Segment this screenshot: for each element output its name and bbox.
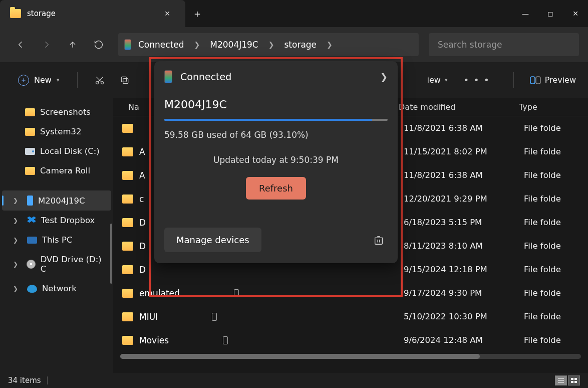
sidebar-item-label: M2004J19C	[38, 196, 85, 206]
svg-rect-2	[123, 78, 128, 83]
row-date: 11/15/2021 8:02 PM	[404, 147, 524, 156]
preview-icon	[530, 76, 541, 84]
chevron-right-icon[interactable]: ❯	[265, 41, 277, 49]
row-type: File folde	[524, 288, 561, 298]
sidebar: ScreenshotsSystem32Local Disk (C:)Camera…	[0, 98, 113, 373]
storage-progress-bar	[164, 119, 372, 121]
table-row[interactable]: Movies 9/6/2024 12:48 AM File folde	[113, 328, 588, 352]
chevron-right-icon[interactable]: ❯	[191, 41, 203, 49]
manage-devices-button[interactable]: Manage devices	[164, 228, 261, 252]
row-name: Movies	[139, 335, 404, 345]
view-label: iew	[427, 75, 441, 85]
chevron-right-icon[interactable]: ❯	[13, 237, 22, 244]
sidebar-tree-group: ❯M2004J19C❯Test Dropbox❯This PC❯DVD Driv…	[2, 190, 111, 298]
sidebar-item[interactable]: System32	[2, 122, 111, 141]
sidebar-item-label: Screenshots	[40, 107, 91, 117]
sidebar-item[interactable]: ❯DVD Drive (D:) C	[2, 250, 111, 279]
sidebar-item-label: Camera Roll	[40, 166, 90, 175]
folder-icon	[122, 218, 133, 227]
popover-header: Connected ❯	[164, 70, 388, 83]
row-date: 9/6/2024 12:48 AM	[404, 335, 524, 345]
sidebar-item[interactable]: ❯This PC	[2, 230, 111, 250]
column-type[interactable]: Type	[519, 102, 537, 112]
folder-icon	[122, 289, 133, 298]
dropbox-icon	[27, 217, 36, 225]
refresh-button[interactable]: Refresh	[246, 177, 306, 200]
refresh-nav-button[interactable]	[87, 33, 110, 56]
sidebar-item[interactable]: ❯M2004J19C	[2, 190, 111, 211]
crumb-connected[interactable]: Connected	[134, 40, 188, 50]
sidebar-pinned-group: ScreenshotsSystem32Local Disk (C:)Camera…	[2, 102, 111, 180]
new-tab-button[interactable]: ＋	[185, 7, 209, 21]
horizontal-scrollbar[interactable]	[120, 354, 581, 359]
item-count: 34 items	[8, 376, 41, 385]
more-button[interactable]: • • •	[456, 75, 497, 85]
sidebar-item[interactable]: Camera Roll	[2, 161, 111, 180]
chevron-right-icon[interactable]: ❯	[13, 197, 22, 204]
sidebar-item-label: Test Dropbox	[41, 216, 95, 225]
chevron-right-icon[interactable]: ❯	[13, 261, 22, 268]
folder-icon	[122, 312, 133, 321]
phone-badge-icon	[212, 313, 217, 321]
row-date: 11/8/2021 6:38 AM	[404, 170, 524, 180]
net-icon	[27, 285, 37, 293]
sidebar-item-label: System32	[40, 127, 82, 136]
row-date: 11/8/2021 6:38 AM	[404, 123, 524, 133]
thumbnails-view-button[interactable]	[568, 375, 580, 385]
folder-icon	[122, 124, 133, 133]
pc-icon	[27, 237, 37, 244]
tab-storage[interactable]: storage ✕	[0, 0, 185, 27]
chevron-right-icon[interactable]: ❯	[380, 72, 388, 82]
eject-button[interactable]	[370, 231, 388, 249]
svg-rect-8	[571, 381, 573, 383]
breadcrumb[interactable]: Connected ❯ M2004J19C ❯ storage ❯	[118, 33, 419, 56]
chevron-right-icon[interactable]: ❯	[13, 217, 22, 224]
sidebar-item[interactable]: Local Disk (C:)	[2, 141, 111, 161]
row-date: 5/10/2022 10:30 PM	[404, 312, 524, 321]
close-window-button[interactable]: ✕	[563, 4, 588, 24]
cut-button[interactable]	[90, 70, 110, 90]
svg-rect-7	[574, 378, 577, 380]
storage-progress	[164, 119, 388, 121]
details-view-button[interactable]	[555, 375, 567, 385]
preview-button[interactable]: Preview	[530, 75, 576, 85]
folder-icon	[25, 167, 35, 175]
crumb-storage[interactable]: storage	[280, 40, 321, 50]
dvd-icon	[27, 260, 35, 269]
svg-rect-9	[574, 381, 577, 383]
phone-icon	[27, 196, 33, 206]
phone-badge-icon	[223, 336, 228, 344]
row-type: File folde	[524, 147, 561, 156]
device-name: M2004J19C	[164, 98, 388, 111]
folder-icon	[122, 171, 133, 180]
back-button[interactable]	[9, 33, 32, 56]
chevron-right-icon[interactable]: ❯	[13, 285, 22, 292]
svg-point-0	[96, 81, 99, 84]
chevron-right-icon[interactable]: ❯	[324, 41, 336, 49]
table-row[interactable]: MIUI 5/10/2022 10:30 PM File folde	[113, 305, 588, 328]
close-tab-button[interactable]: ✕	[159, 10, 175, 18]
sidebar-item-label: Local Disk (C:)	[40, 146, 100, 156]
sidebar-item-label: DVD Drive (D:) C	[41, 255, 107, 274]
phone-icon	[124, 39, 131, 50]
view-button[interactable]: iew ▾	[427, 75, 448, 85]
minimize-button[interactable]: —	[513, 4, 538, 24]
titlebar: storage ✕ ＋ — ◻ ✕	[0, 0, 588, 27]
table-row[interactable]: emulated 9/17/2024 9:30 PM File folde	[113, 281, 588, 305]
new-button[interactable]: ＋ New ▾	[12, 71, 65, 90]
maximize-button[interactable]: ◻	[538, 4, 563, 24]
sidebar-item[interactable]: ❯Network	[2, 279, 111, 298]
row-type: File folde	[524, 241, 561, 251]
chevron-down-icon: ▾	[57, 77, 60, 83]
up-button[interactable]	[61, 33, 84, 56]
row-type: File folde	[524, 265, 561, 274]
svg-rect-6	[571, 378, 573, 380]
search-input[interactable]: Search storage	[429, 33, 579, 56]
sidebar-item[interactable]: Screenshots	[2, 102, 111, 122]
column-date[interactable]: Date modified	[399, 102, 519, 112]
row-type: File folde	[524, 218, 561, 227]
sidebar-item[interactable]: ❯Test Dropbox	[2, 211, 111, 230]
copy-button[interactable]	[115, 70, 135, 90]
forward-button[interactable]	[35, 33, 58, 56]
crumb-device[interactable]: M2004J19C	[206, 40, 262, 50]
